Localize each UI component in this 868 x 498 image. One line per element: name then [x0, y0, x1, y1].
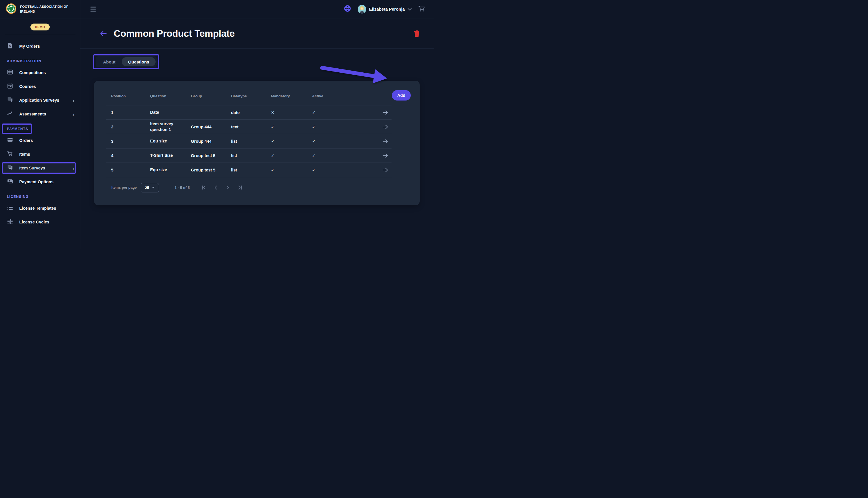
previous-page-button[interactable]: [212, 184, 220, 191]
page-range: 1 - 5 of 5: [175, 185, 190, 190]
cell-group: Group 444: [191, 124, 231, 129]
chevron-right-icon: ›: [73, 166, 74, 171]
sidebar-item-orders[interactable]: Orders: [0, 133, 80, 147]
sidebar-item-my-orders[interactable]: $ My Orders: [0, 39, 80, 53]
col-mandatory: Mandatory: [271, 94, 312, 98]
last-page-button[interactable]: [236, 184, 244, 191]
table-row[interactable]: 2 Item survey question 1 Group 444 text …: [106, 120, 392, 134]
sliders-icon: [7, 218, 13, 226]
sidebar-item-items[interactable]: Items: [0, 147, 80, 161]
mandatory-indicator: ✕: [271, 110, 312, 115]
questions-table: Position Question Group Datatype Mandato…: [106, 81, 392, 177]
next-page-button[interactable]: [224, 184, 232, 191]
list-icon: [7, 205, 13, 212]
sidebar-item-application-surveys[interactable]: Application Surveys ›: [0, 93, 80, 107]
cell-group: Group test 5: [191, 153, 231, 158]
sidebar-item-payment-options[interactable]: Payment Options: [0, 175, 80, 189]
sidebar-item-competitions[interactable]: Competitions: [0, 66, 80, 80]
delete-trash-icon[interactable]: [414, 30, 420, 37]
user-menu[interactable]: Elizabeta Peronja: [358, 5, 411, 13]
mandatory-indicator: ✓: [271, 124, 312, 129]
chevron-right-icon: ›: [73, 112, 74, 117]
active-indicator: ✓: [312, 153, 379, 158]
page-header: Common Product Template: [80, 18, 434, 49]
tab-group: About Questions: [96, 56, 157, 67]
mandatory-indicator: ✓: [271, 168, 312, 172]
page-size-select[interactable]: 25: [141, 183, 159, 193]
add-button[interactable]: Add: [392, 90, 411, 101]
back-arrow-button[interactable]: [100, 31, 107, 37]
table-row[interactable]: 5 Equ size Group test 5 list ✓ ✓: [106, 163, 392, 177]
row-detail-arrow-icon[interactable]: [379, 110, 392, 115]
tab-about[interactable]: About: [97, 57, 122, 66]
trend-icon: [7, 110, 13, 118]
sidebar-item-label: Payment Options: [19, 180, 53, 184]
col-datatype: Datatype: [231, 94, 271, 98]
mandatory-indicator: ✓: [271, 153, 312, 158]
sidebar-item-label: Items: [19, 152, 30, 157]
table-row[interactable]: 4 T-Shirt Size Group test 5 list ✓ ✓: [106, 148, 392, 163]
mandatory-indicator: ✓: [271, 139, 312, 144]
cell-datatype: text: [231, 124, 271, 129]
col-group: Group: [191, 94, 231, 98]
section-payments: PAYMENTS: [0, 126, 80, 132]
sidebar-item-label: Orders: [19, 138, 33, 143]
sidebar-item-label: Assessments: [19, 112, 46, 116]
row-detail-arrow-icon[interactable]: [379, 139, 392, 144]
table-header-row: Position Question Group Datatype Mandato…: [106, 81, 392, 105]
row-detail-arrow-icon[interactable]: [379, 124, 392, 129]
row-detail-arrow-icon[interactable]: [379, 168, 392, 172]
table-row[interactable]: 3 Equ size Group 444 list ✓ ✓: [106, 134, 392, 148]
table-icon: [7, 69, 13, 76]
cell-datatype: list: [231, 168, 271, 172]
cell-question: Equ size: [150, 167, 184, 173]
sidebar-item-assessments[interactable]: Assessments ›: [0, 107, 80, 121]
first-page-button[interactable]: [200, 184, 207, 191]
user-name: Elizabeta Peronja: [369, 6, 405, 12]
sidebar-item-label: License Cycles: [19, 220, 49, 224]
cell-position: 3: [106, 139, 150, 144]
questions-table-card: Add Position Question Group Datatype Man…: [94, 81, 420, 205]
items-per-page-label: Items per page: [111, 185, 137, 189]
cell-datatype: list: [231, 139, 271, 144]
row-detail-arrow-icon[interactable]: [379, 153, 392, 158]
cell-question: T-Shirt Size: [150, 153, 184, 159]
section-administration: ADMINISTRATION: [0, 58, 80, 64]
globe-icon[interactable]: [343, 4, 351, 13]
page-title: Common Product Template: [114, 28, 235, 39]
tab-questions[interactable]: Questions: [122, 57, 155, 66]
sidebar-item-license-cycles[interactable]: License Cycles: [0, 215, 80, 229]
caret-down-icon: [152, 187, 155, 188]
cell-question: Item survey question 1: [150, 121, 184, 132]
top-header: Elizabeta Peronja: [80, 0, 434, 18]
cell-position: 4: [106, 153, 150, 158]
sidebar-item-courses[interactable]: Courses: [0, 80, 80, 93]
sidebar-item-label: Application Surveys: [19, 98, 59, 103]
sidebar: FOOTBALL ASSOCIATION OF IRELAND DEMO $ M…: [0, 0, 80, 249]
table-row[interactable]: 1 Date date ✕ ✓: [106, 105, 392, 120]
sidebar-item-label: Competitions: [19, 70, 46, 75]
avatar: [358, 5, 366, 13]
demo-badge: DEMO: [30, 24, 50, 30]
chat-icon: [7, 96, 13, 104]
sidebar-nav: $ My Orders ADMINISTRATION Competitions …: [0, 35, 80, 249]
cell-question: Equ size: [150, 139, 184, 144]
sidebar-item-label: My Orders: [19, 44, 40, 49]
active-indicator: ✓: [312, 168, 379, 172]
sidebar-item-label: License Templates: [19, 206, 56, 210]
credit-card-icon: [7, 137, 13, 144]
cell-group: Group 444: [191, 139, 231, 144]
cart-icon[interactable]: [418, 5, 425, 13]
banknote-icon: [7, 178, 13, 185]
hamburger-menu-icon[interactable]: [91, 6, 96, 12]
chevron-right-icon: ›: [73, 97, 74, 103]
cell-position: 5: [106, 168, 150, 172]
sidebar-item-item-surveys[interactable]: Item Surveys ›: [0, 161, 80, 175]
cell-position: 1: [106, 110, 150, 115]
main-area: Elizabeta Peronja Common Product Templat…: [80, 0, 434, 249]
active-indicator: ✓: [312, 110, 379, 115]
sidebar-item-license-templates[interactable]: License Templates: [0, 201, 80, 215]
invoice-icon: $: [7, 42, 13, 50]
chevron-down-icon: [408, 6, 411, 12]
cell-group: Group test 5: [191, 168, 231, 172]
